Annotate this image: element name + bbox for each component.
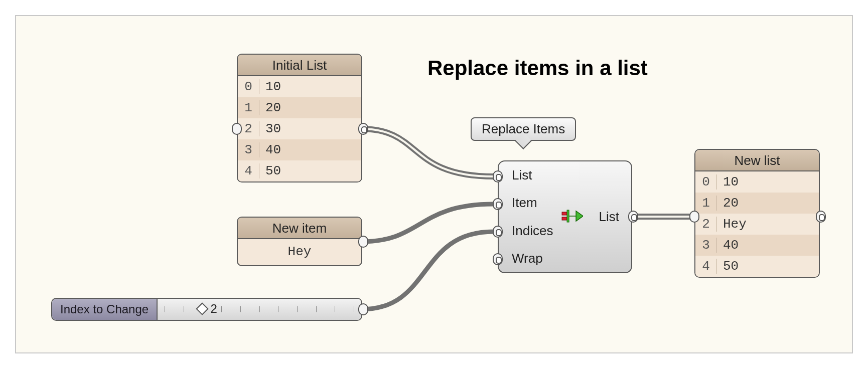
list-row: 230 — [238, 118, 361, 139]
input-port-label[interactable]: Item — [512, 195, 553, 211]
port-grip[interactable] — [493, 170, 503, 182]
input-port-label[interactable]: List — [512, 167, 553, 183]
diagram-title: Replace items in a list — [427, 56, 648, 80]
input-port-label[interactable]: Indices — [512, 223, 553, 239]
component-outputs: List — [599, 161, 619, 272]
list-row: 450 — [695, 256, 819, 277]
panel-title: Initial List — [238, 55, 361, 76]
new-list-panel[interactable]: New list 010 120 2Hey 340 450 — [694, 149, 820, 278]
port-grip[interactable] — [493, 198, 503, 210]
list-row: 340 — [238, 139, 361, 160]
port-grip[interactable] — [816, 211, 826, 223]
output-port-label[interactable]: List — [599, 209, 619, 225]
slider-ticks — [165, 309, 354, 309]
port-grip[interactable] — [689, 211, 699, 223]
port-grip[interactable] — [232, 123, 242, 135]
list-row: 120 — [695, 193, 819, 214]
panel-rows: 010 120 2Hey 340 450 — [695, 171, 819, 277]
list-row: 340 — [695, 235, 819, 256]
new-item-panel[interactable]: New item Hey — [237, 217, 362, 266]
port-grip[interactable] — [358, 236, 368, 248]
list-row: 010 — [695, 171, 819, 193]
replace-items-icon — [561, 205, 583, 229]
list-row: 450 — [238, 160, 361, 181]
panel-value: Hey — [238, 239, 361, 265]
port-grip[interactable] — [628, 211, 638, 223]
port-grip[interactable] — [358, 123, 368, 135]
replace-items-component[interactable]: List Item Indices Wrap List — [498, 160, 632, 273]
slider-thumb[interactable] — [196, 302, 209, 315]
panel-rows: 010 120 230 340 450 — [238, 76, 361, 181]
port-grip[interactable] — [493, 253, 503, 265]
svg-marker-2 — [568, 211, 583, 221]
list-row: 010 — [238, 76, 361, 97]
panel-title: New list — [695, 150, 819, 171]
list-row: 120 — [238, 97, 361, 118]
svg-rect-0 — [562, 212, 567, 215]
input-port-label[interactable]: Wrap — [512, 251, 553, 266]
slider-value: 2 — [210, 302, 217, 316]
panel-title: New item — [238, 218, 361, 239]
component-tooltip: Replace Items — [471, 117, 576, 141]
index-slider[interactable]: Index to Change 2 — [51, 298, 362, 321]
svg-rect-1 — [562, 217, 567, 220]
port-grip[interactable] — [358, 303, 368, 315]
list-row: 2Hey — [695, 214, 819, 235]
svg-rect-3 — [567, 210, 569, 222]
slider-track[interactable]: 2 — [158, 299, 361, 320]
grasshopper-canvas[interactable]: Replace items in a list Initial List 010… — [15, 15, 853, 353]
port-grip[interactable] — [493, 226, 503, 238]
initial-list-panel[interactable]: Initial List 010 120 230 340 450 — [237, 54, 362, 182]
slider-label: Index to Change — [52, 299, 158, 320]
component-inputs: List Item Indices Wrap — [512, 161, 553, 272]
